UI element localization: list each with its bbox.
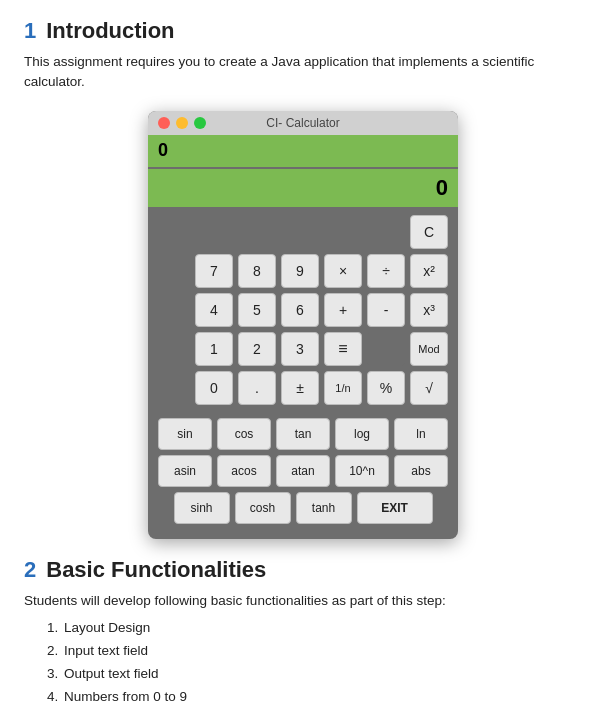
btn-reciprocal[interactable]: 1/n bbox=[324, 371, 362, 405]
btn-clear[interactable]: C bbox=[410, 215, 448, 249]
btn-x3[interactable]: x³ bbox=[410, 293, 448, 327]
calc-row-trig3: sinh cosh tanh EXIT bbox=[158, 492, 448, 524]
btn-sin[interactable]: sin bbox=[158, 418, 212, 450]
btn-5[interactable]: 5 bbox=[238, 293, 276, 327]
btn-sqrt[interactable]: √ bbox=[410, 371, 448, 405]
section2-intro: Students will develop following basic fu… bbox=[24, 591, 582, 611]
calc-row-1: 7 8 9 × ÷ x² bbox=[158, 254, 448, 288]
btn-asin[interactable]: asin bbox=[158, 455, 212, 487]
btn-log[interactable]: log bbox=[335, 418, 389, 450]
dot-yellow[interactable] bbox=[176, 117, 188, 129]
calc-row-4: 0 . ± 1/n % √ bbox=[158, 371, 448, 405]
btn-cos[interactable]: cos bbox=[217, 418, 271, 450]
btn-multiply[interactable]: × bbox=[324, 254, 362, 288]
calc-row-trig1: sin cos tan log ln bbox=[158, 418, 448, 450]
btn-10n[interactable]: 10^n bbox=[335, 455, 389, 487]
section1-number: 1 bbox=[24, 18, 36, 44]
calc-row-3: 1 2 3 ≡ Mod bbox=[158, 332, 448, 366]
calc-display-top-value: 0 bbox=[158, 140, 168, 161]
dot-green[interactable] bbox=[194, 117, 206, 129]
btn-3[interactable]: 3 bbox=[281, 332, 319, 366]
btn-8[interactable]: 8 bbox=[238, 254, 276, 288]
btn-tan[interactable]: tan bbox=[276, 418, 330, 450]
btn-atan[interactable]: atan bbox=[276, 455, 330, 487]
calc-body: C 7 8 9 × ÷ x² 4 5 6 + - x³ 1 bbox=[148, 207, 458, 539]
calc-display-bottom-value: 0 bbox=[436, 175, 448, 201]
btn-plus[interactable]: + bbox=[324, 293, 362, 327]
calc-row-trig2: asin acos atan 10^n abs bbox=[158, 455, 448, 487]
section1-body: This assignment requires you to create a… bbox=[24, 52, 582, 93]
calc-row-clear: C bbox=[158, 215, 448, 249]
btn-exit[interactable]: EXIT bbox=[357, 492, 433, 524]
btn-1[interactable]: 1 bbox=[195, 332, 233, 366]
btn-equals[interactable]: ≡ bbox=[324, 332, 362, 366]
btn-ln[interactable]: ln bbox=[394, 418, 448, 450]
btn-acos[interactable]: acos bbox=[217, 455, 271, 487]
btn-plusminus[interactable]: ± bbox=[281, 371, 319, 405]
btn-x2[interactable]: x² bbox=[410, 254, 448, 288]
btn-percent[interactable]: % bbox=[367, 371, 405, 405]
list-item-1: Layout Design bbox=[62, 617, 582, 640]
btn-6[interactable]: 6 bbox=[281, 293, 319, 327]
calculator-wrapper: CI- Calculator 0 0 C 7 8 9 × ÷ x² bbox=[24, 111, 582, 539]
btn-7[interactable]: 7 bbox=[195, 254, 233, 288]
btn-blank bbox=[367, 332, 405, 366]
btn-dot[interactable]: . bbox=[238, 371, 276, 405]
calc-title: CI- Calculator bbox=[266, 116, 339, 130]
btn-9[interactable]: 9 bbox=[281, 254, 319, 288]
section2-title: Basic Functionalities bbox=[46, 557, 266, 583]
list-item-3: Output text field bbox=[62, 663, 582, 686]
btn-4[interactable]: 4 bbox=[195, 293, 233, 327]
btn-tanh[interactable]: tanh bbox=[296, 492, 352, 524]
list-item-4: Numbers from 0 to 9 bbox=[62, 686, 582, 709]
section2-number: 2 bbox=[24, 557, 36, 583]
btn-divide[interactable]: ÷ bbox=[367, 254, 405, 288]
btn-2[interactable]: 2 bbox=[238, 332, 276, 366]
btn-mod[interactable]: Mod bbox=[410, 332, 448, 366]
calculator-window: CI- Calculator 0 0 C 7 8 9 × ÷ x² bbox=[148, 111, 458, 539]
section1-title: Introduction bbox=[46, 18, 174, 44]
section2-heading: 2 Basic Functionalities bbox=[24, 557, 582, 583]
btn-abs[interactable]: abs bbox=[394, 455, 448, 487]
calc-row-2: 4 5 6 + - x³ bbox=[158, 293, 448, 327]
btn-minus[interactable]: - bbox=[367, 293, 405, 327]
calc-titlebar: CI- Calculator bbox=[148, 111, 458, 135]
section2-list: Layout Design Input text field Output te… bbox=[62, 617, 582, 712]
list-item-2: Input text field bbox=[62, 640, 582, 663]
btn-0[interactable]: 0 bbox=[195, 371, 233, 405]
btn-sinh[interactable]: sinh bbox=[174, 492, 230, 524]
btn-cosh[interactable]: cosh bbox=[235, 492, 291, 524]
dot-red[interactable] bbox=[158, 117, 170, 129]
calc-display-bottom[interactable]: 0 bbox=[148, 169, 458, 207]
calc-display-top[interactable]: 0 bbox=[148, 135, 458, 167]
list-item-5: Buttons (+,-,*,/,%,=) bbox=[62, 709, 582, 713]
section1-heading: 1 Introduction bbox=[24, 18, 582, 44]
